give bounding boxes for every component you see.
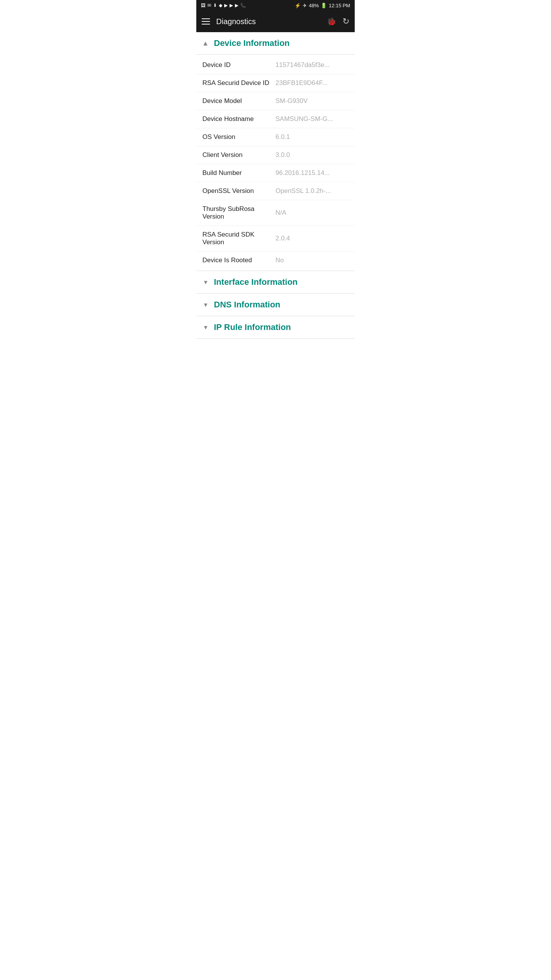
app-bar-left: Diagnostics <box>202 17 256 26</box>
interface-information-chevron: ▾ <box>202 278 209 286</box>
status-bar-left: 🖼 ✉ ⬇ ◆ ▶ ▶ ▶ 📞 <box>201 3 246 8</box>
device-hostname-label: Device Hostname <box>202 115 276 123</box>
table-row: Device Is Rooted No <box>196 252 355 269</box>
device-id-value: 11571467da5f3e... <box>276 61 349 69</box>
device-is-rooted-value: No <box>276 256 349 264</box>
table-row: OpenSSL Version OpenSSL 1.0.2h-... <box>196 182 355 200</box>
refresh-button[interactable]: ↻ <box>342 16 349 26</box>
email-icon: ✉ <box>207 3 211 8</box>
table-row: Device ID 11571467da5f3e... <box>196 56 355 74</box>
rsa-securid-device-id-value: 23BFB1E9D64F... <box>276 79 349 87</box>
airplane-mode-icon: ✈ <box>303 3 307 8</box>
device-model-value: SM-G930V <box>276 97 349 105</box>
device-information-table: Device ID 11571467da5f3e... RSA Securid … <box>196 55 355 271</box>
ip-rule-information-title: IP Rule Information <box>214 322 291 332</box>
openssl-version-label: OpenSSL Version <box>202 187 276 195</box>
interface-information-section: ▾ Interface Information <box>196 271 355 294</box>
download-icon: ⬇ <box>213 3 217 8</box>
main-content: ▲ Device Information Device ID 11571467d… <box>196 32 355 339</box>
status-bar: 🖼 ✉ ⬇ ◆ ▶ ▶ ▶ 📞 ⚡ ✈ 48% 🔋 12:15 PM <box>196 0 355 11</box>
photo-icon: 🖼 <box>201 3 205 8</box>
page-title: Diagnostics <box>216 17 256 26</box>
dns-information-header[interactable]: ▾ DNS Information <box>196 294 355 316</box>
build-number-label: Build Number <box>202 169 276 177</box>
client-version-label: Client Version <box>202 151 276 159</box>
ip-rule-information-chevron: ▾ <box>202 323 209 332</box>
device-information-title: Device Information <box>214 38 290 48</box>
table-row: Client Version 3.0.0 <box>196 146 355 164</box>
dns-information-title: DNS Information <box>214 300 280 310</box>
app-icon-4: ▶ <box>235 3 238 8</box>
interface-information-title: Interface Information <box>214 277 298 287</box>
client-version-value: 3.0.0 <box>276 151 349 159</box>
os-version-label: OS Version <box>202 133 276 141</box>
app-icon-1: ◆ <box>219 3 222 8</box>
device-hostname-value: SAMSUNG-SM-G... <box>276 115 349 123</box>
app-icon-3: ▶ <box>230 3 233 8</box>
ip-rule-information-header[interactable]: ▾ IP Rule Information <box>196 316 355 338</box>
openssl-version-value: OpenSSL 1.0.2h-... <box>276 187 349 195</box>
os-version-value: 6.0.1 <box>276 133 349 141</box>
device-is-rooted-label: Device Is Rooted <box>202 256 276 264</box>
ip-rule-information-divider <box>196 338 355 339</box>
device-information-header[interactable]: ▲ Device Information <box>196 32 355 54</box>
rsa-securid-sdk-label: RSA Securid SDK Version <box>202 231 276 246</box>
table-row: RSA Securid SDK Version 2.0.4 <box>196 226 355 252</box>
dns-information-chevron: ▾ <box>202 301 209 309</box>
rsa-securid-sdk-value: 2.0.4 <box>276 235 349 242</box>
clock: 12:15 PM <box>329 3 350 8</box>
device-information-section: ▲ Device Information Device ID 11571467d… <box>196 32 355 271</box>
rsa-securid-device-id-label: RSA Securid Device ID <box>202 79 276 87</box>
app-bar-actions: 🐞 ↻ <box>327 16 349 26</box>
table-row: Device Hostname SAMSUNG-SM-G... <box>196 110 355 128</box>
app-bar: Diagnostics 🐞 ↻ <box>196 11 355 32</box>
dns-information-section: ▾ DNS Information <box>196 294 355 316</box>
thursby-subrosa-value: N/A <box>276 209 349 217</box>
app-icon-2: ▶ <box>224 3 228 8</box>
table-row: Build Number 96.2016.1215.14... <box>196 164 355 182</box>
battery-icon: 🔋 <box>321 3 327 8</box>
ip-rule-information-section: ▾ IP Rule Information <box>196 316 355 339</box>
table-row: Device Model SM-G930V <box>196 92 355 110</box>
device-id-label: Device ID <box>202 61 276 69</box>
device-information-chevron: ▲ <box>202 39 209 47</box>
bug-report-button[interactable]: 🐞 <box>327 17 336 26</box>
device-model-label: Device Model <box>202 97 276 105</box>
table-row: OS Version 6.0.1 <box>196 128 355 146</box>
interface-information-header[interactable]: ▾ Interface Information <box>196 271 355 293</box>
thursby-subrosa-label: Thursby SubRosa Version <box>202 205 276 220</box>
status-bar-right: ⚡ ✈ 48% 🔋 12:15 PM <box>295 3 350 8</box>
voicemail-icon: 📞 <box>240 3 246 8</box>
menu-button[interactable] <box>202 18 210 24</box>
table-row: RSA Securid Device ID 23BFB1E9D64F... <box>196 74 355 92</box>
table-row: Thursby SubRosa Version N/A <box>196 200 355 226</box>
build-number-value: 96.2016.1215.14... <box>276 169 349 177</box>
battery-percentage: 48% <box>309 3 319 8</box>
bluetooth-icon: ⚡ <box>295 3 301 8</box>
